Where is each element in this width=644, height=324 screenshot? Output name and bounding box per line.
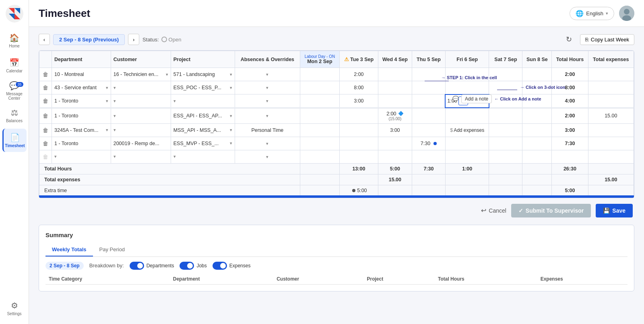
- mon-cell[interactable]: [300, 108, 339, 123]
- project-cell[interactable]: ▾: [171, 94, 235, 108]
- sidebar-item-balances[interactable]: ⚖ Balances: [2, 104, 27, 127]
- app-logo[interactable]: [5, 4, 24, 23]
- refresh-button[interactable]: ↻: [563, 33, 575, 45]
- project-cell[interactable]: 571 - Landscaping▾: [171, 68, 235, 81]
- fri-cell[interactable]: [445, 108, 489, 123]
- project-cell[interactable]: ESS_POC - ESS_P...▾: [171, 81, 235, 94]
- sidebar-item-home[interactable]: 🏠 Home: [2, 29, 27, 52]
- mon-cell[interactable]: [300, 137, 339, 150]
- dept-cell[interactable]: 3245A - Test Com...▾: [52, 123, 111, 137]
- fri-cell[interactable]: [445, 137, 489, 150]
- customer-cell[interactable]: ▾: [111, 81, 171, 94]
- delete-row-button[interactable]: 🗑: [42, 126, 49, 134]
- wed-cell[interactable]: [378, 137, 412, 150]
- mon-cell[interactable]: [300, 68, 339, 81]
- thu-cell[interactable]: 7:30: [412, 137, 445, 150]
- copy-last-week-button[interactable]: ⎘ Copy Last Week: [580, 34, 634, 45]
- departments-toggle[interactable]: [130, 262, 144, 270]
- absences-cell[interactable]: ▾: [235, 68, 300, 81]
- save-button[interactable]: 💾 Save: [596, 204, 633, 217]
- delete-row-button[interactable]: 🗑: [42, 112, 49, 120]
- period-label[interactable]: 2 Sep - 8 Sep (Previous): [53, 34, 125, 45]
- delete-row-button[interactable]: 🗑: [42, 153, 49, 161]
- dept-cell[interactable]: 1 - Toronto: [52, 108, 111, 123]
- dept-cell[interactable]: 10 - Montreal: [52, 68, 111, 81]
- dept-cell[interactable]: 1 - Toronto: [52, 137, 111, 150]
- language-selector[interactable]: 🌐 English ▾: [570, 7, 614, 20]
- customer-cell[interactable]: ▾: [111, 150, 171, 163]
- tue-cell[interactable]: 2:00: [339, 68, 378, 81]
- three-dot-button[interactable]: ⋮: [458, 96, 468, 105]
- tue-cell[interactable]: [339, 108, 378, 123]
- project-cell[interactable]: ESS_API - ESS_AP...▾: [171, 108, 235, 123]
- expenses-toggle[interactable]: [213, 262, 227, 270]
- sidebar-item-timesheet[interactable]: 📄 Timesheet: [2, 129, 27, 152]
- sun-cell[interactable]: [522, 123, 552, 137]
- wed-cell[interactable]: 3:00: [378, 123, 412, 137]
- add-expenses-label[interactable]: Add expenses: [454, 127, 484, 133]
- wed-cell[interactable]: [378, 81, 412, 94]
- tue-cell[interactable]: [339, 123, 378, 137]
- absences-cell[interactable]: ▾: [235, 81, 300, 94]
- user-avatar[interactable]: [619, 6, 634, 21]
- next-period-button[interactable]: ›: [128, 34, 139, 45]
- delete-row-button[interactable]: 🗑: [42, 70, 49, 78]
- customer-cell[interactable]: ▾: [111, 108, 171, 123]
- sat-cell[interactable]: [489, 94, 522, 108]
- thu-cell[interactable]: [412, 108, 445, 123]
- mon-cell[interactable]: [300, 94, 339, 108]
- cancel-button[interactable]: ↩ Cancel: [481, 207, 506, 214]
- project-cell[interactable]: ESS_MVP - ESS_...▾: [171, 137, 235, 150]
- mon-cell[interactable]: [300, 123, 339, 137]
- absences-cell[interactable]: ▾: [235, 137, 300, 150]
- thu-cell[interactable]: [412, 94, 445, 108]
- sun-cell[interactable]: [522, 68, 552, 81]
- thu-cell[interactable]: [412, 123, 445, 137]
- sun-cell[interactable]: [522, 137, 552, 150]
- tab-pay-period[interactable]: Pay Period: [93, 243, 132, 256]
- sun-cell[interactable]: [522, 108, 552, 123]
- customer-cell[interactable]: 200019 - Remp de...: [111, 137, 171, 150]
- dept-cell[interactable]: 43 - Service enfant▾: [52, 81, 111, 94]
- sidebar-item-calendar[interactable]: 📅 Calendar: [2, 54, 27, 77]
- prev-period-button[interactable]: ‹: [39, 34, 50, 45]
- wed-cell[interactable]: [378, 94, 412, 108]
- project-cell[interactable]: MSS_API - MSS_A...▾: [171, 123, 235, 137]
- sun-cell[interactable]: [522, 94, 552, 108]
- fri-cell[interactable]: [445, 68, 489, 81]
- tue-cell[interactable]: 8:00: [339, 81, 378, 94]
- submit-to-supervisor-button[interactable]: ✓ Submit To Supervisor: [511, 204, 591, 217]
- project-cell[interactable]: ▾: [171, 150, 235, 163]
- customer-cell[interactable]: 16 - Technicien en...▾: [111, 68, 171, 81]
- tue-cell[interactable]: [339, 137, 378, 150]
- mon-cell[interactable]: [300, 81, 339, 94]
- tue-cell[interactable]: 3:00: [339, 94, 378, 108]
- jobs-toggle[interactable]: [180, 262, 194, 270]
- customer-cell[interactable]: ▾: [111, 123, 171, 137]
- sat-cell[interactable]: [489, 137, 522, 150]
- sat-cell[interactable]: [489, 108, 522, 123]
- dept-cell[interactable]: 1 - Toronto▾: [52, 94, 111, 108]
- sat-cell[interactable]: [489, 123, 522, 137]
- fri-cell[interactable]: [445, 81, 489, 94]
- wed-cell[interactable]: 2:00 🔷 (15.00): [378, 108, 412, 123]
- delete-row-button[interactable]: 🗑: [42, 97, 49, 105]
- fri-cell-active[interactable]: 1:00 ⋮: [445, 94, 489, 108]
- sun-cell[interactable]: [522, 81, 552, 94]
- sat-cell[interactable]: [489, 81, 522, 94]
- delete-row-button[interactable]: 🗑: [42, 84, 49, 92]
- absences-cell[interactable]: ▾: [235, 150, 300, 163]
- scroll-indicator[interactable]: [39, 195, 634, 198]
- dept-cell[interactable]: ▾: [52, 150, 111, 163]
- tab-weekly-totals[interactable]: Weekly Totals: [45, 243, 93, 256]
- fri-cell[interactable]: $ Add expenses: [445, 123, 489, 137]
- delete-row-button[interactable]: 🗑: [42, 139, 49, 148]
- customer-cell[interactable]: ▾: [111, 94, 171, 108]
- wed-cell[interactable]: [378, 68, 412, 81]
- sidebar-item-messages[interactable]: 💬 35 MessageCenter: [2, 79, 27, 102]
- absences-cell[interactable]: ▾: [235, 108, 300, 123]
- sat-cell[interactable]: [489, 68, 522, 81]
- thu-cell[interactable]: [412, 81, 445, 94]
- sidebar-item-settings[interactable]: ⚙ Settings: [2, 297, 27, 320]
- thu-cell[interactable]: [412, 68, 445, 81]
